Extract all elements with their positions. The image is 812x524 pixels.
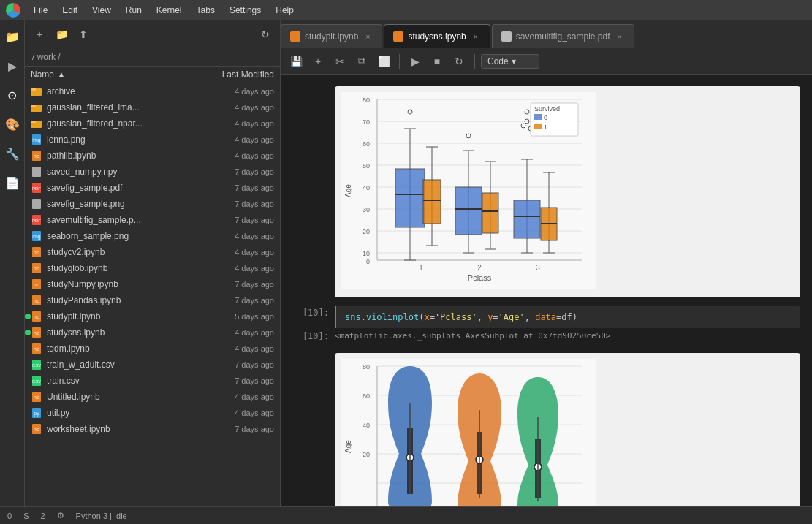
list-item[interactable]: nbtqdm.ipynb4 days ago xyxy=(25,341,280,357)
sidebar-wrench-icon[interactable]: 🔧 xyxy=(2,143,23,164)
svg-text:py: py xyxy=(34,411,39,417)
menu-help[interactable]: Help xyxy=(270,4,300,17)
code-str-pclass: 'Pclass' xyxy=(435,312,477,322)
file-icon xyxy=(31,198,42,210)
notebook_orange-icon: nb xyxy=(31,391,42,403)
file-modified-label: 7 days ago xyxy=(201,167,274,176)
list-item[interactable]: gaussian_filtered_ima...4 days ago xyxy=(25,99,280,115)
svg-rect-95 xyxy=(514,200,540,238)
file-panel: + 📁 ⬆ ↻ / work / Name ▲ Last Modified ar… xyxy=(25,20,281,506)
svg-text:img: img xyxy=(32,234,40,240)
name-column-header[interactable]: Name ▲ xyxy=(31,69,186,80)
svg-text:30: 30 xyxy=(363,206,370,213)
tab-close-button[interactable]: × xyxy=(363,31,373,42)
csv-icon: CSV xyxy=(31,375,42,387)
status-mode: 0 xyxy=(7,512,12,520)
file-modified-label: 7 days ago xyxy=(201,200,274,208)
file-modified-label: 4 days ago xyxy=(201,87,274,96)
svg-rect-90 xyxy=(482,193,498,233)
svg-text:0: 0 xyxy=(544,114,547,121)
svg-text:PDF: PDF xyxy=(32,186,41,191)
restart-button[interactable]: ↻ xyxy=(449,52,468,71)
svg-text:10: 10 xyxy=(363,250,370,257)
new-file-button[interactable]: + xyxy=(31,26,48,43)
svg-text:60: 60 xyxy=(363,140,370,148)
list-item[interactable]: PDFsavefig_sample.pdf7 days ago xyxy=(25,180,280,196)
tab-close-button[interactable]: × xyxy=(615,31,625,42)
file-modified-label: 7 days ago xyxy=(201,280,274,289)
list-item[interactable]: imglenna.png4 days ago xyxy=(25,132,280,148)
svg-rect-13 xyxy=(32,167,41,177)
list-item[interactable]: nbstudyglob.ipynb4 days ago xyxy=(25,260,280,276)
cell-10-code[interactable]: sns.violinplot(x='Pclass', y='Age', data… xyxy=(335,306,800,328)
list-item[interactable]: nbstudysns.ipynb4 days ago xyxy=(25,324,280,341)
tab-icon xyxy=(501,31,512,42)
svg-rect-2 xyxy=(31,88,36,91)
menu-run[interactable]: Run xyxy=(120,4,148,17)
cell-10-input-label: [10]: xyxy=(292,306,329,328)
list-item[interactable]: nbstudycv2.ipynb4 days ago xyxy=(25,244,280,260)
menu-edit[interactable]: Edit xyxy=(56,4,83,17)
upload-button[interactable]: ⬆ xyxy=(75,26,92,43)
save-button[interactable]: 💾 xyxy=(287,52,306,71)
sidebar-run-icon[interactable]: ▶ xyxy=(2,56,23,76)
list-item[interactable]: nbpathlib.ipynb4 days ago xyxy=(25,148,280,164)
svg-rect-5 xyxy=(31,105,36,107)
copy-button[interactable]: ⧉ xyxy=(352,52,371,71)
list-item[interactable]: nbstudyPandas.ipynb7 days ago xyxy=(25,292,280,308)
tab-close-button[interactable]: × xyxy=(471,31,481,42)
file-modified-label: 4 days ago xyxy=(201,264,274,273)
sidebar-page-icon[interactable]: 📄 xyxy=(2,172,23,193)
list-item[interactable]: savefig_sample.png7 days ago xyxy=(25,196,280,212)
sidebar-palette-icon[interactable]: 🎨 xyxy=(2,114,23,134)
list-item[interactable]: CSVtrain.csv7 days ago xyxy=(25,373,280,389)
menu-tabs[interactable]: Tabs xyxy=(191,4,221,17)
sidebar-files-icon[interactable]: 📁 xyxy=(2,26,23,47)
list-item[interactable]: PDFsavemultifig_sample.p...7 days ago xyxy=(25,212,280,228)
svg-text:CSV: CSV xyxy=(32,363,41,368)
svg-rect-73 xyxy=(395,169,425,227)
list-item[interactable]: pyutil.py4 days ago xyxy=(25,405,280,421)
tab-savemultifig_sample-pdf[interactable]: savemultifig_sample.pdf× xyxy=(492,24,634,48)
cell-10-output: [10]: <matplotlib.axes._subplots.AxesSub… xyxy=(292,331,800,341)
cut-button[interactable]: ✂ xyxy=(330,52,349,71)
list-item[interactable]: gaussian_filtered_npar...4 days ago xyxy=(25,115,280,132)
tab-studyplt-ipynb[interactable]: studyplt.ipynb× xyxy=(281,24,382,48)
tab-studysns-ipynb[interactable]: studysns.ipynb× xyxy=(384,24,490,48)
pdf-icon: PDF xyxy=(31,214,42,226)
notebook-toolbar: 💾 + ✂ ⧉ ⬜ ▶ ■ ↻ Code ▾ xyxy=(281,48,812,75)
list-item[interactable]: archive4 days ago xyxy=(25,83,280,99)
list-item[interactable]: nbstudyNumpy.ipynb7 days ago xyxy=(25,276,280,292)
new-folder-button[interactable]: 📁 xyxy=(53,26,70,43)
pdf-icon: PDF xyxy=(31,182,42,194)
list-item[interactable]: imgseaborn_sample.png4 days ago xyxy=(25,228,280,244)
notebook-content[interactable]: 80 70 60 50 40 30 20 10 0 Age 1 2 3 Pcla… xyxy=(281,75,812,506)
run-button[interactable]: ▶ xyxy=(406,52,425,71)
menu-settings[interactable]: Settings xyxy=(224,4,267,17)
sidebar-circle-icon[interactable]: ⊙ xyxy=(2,85,23,105)
notebook_orange-icon: nb xyxy=(31,327,42,338)
file-modified-label: 4 days ago xyxy=(201,103,274,112)
paste-button[interactable]: ⬜ xyxy=(374,52,393,71)
list-item[interactable]: CSVtrain_w_adult.csv7 days ago xyxy=(25,357,280,373)
list-item[interactable]: saved_numpy.npy7 days ago xyxy=(25,164,280,180)
menu-file[interactable]: File xyxy=(28,4,53,17)
breadcrumb: / work / xyxy=(25,48,280,67)
menu-view[interactable]: View xyxy=(86,4,117,17)
menu-kernel[interactable]: Kernel xyxy=(151,4,188,17)
stop-button[interactable]: ■ xyxy=(428,52,447,71)
list-item[interactable]: nbstudyplt.ipynb5 days ago xyxy=(25,308,280,324)
file-name-label: lenna.png xyxy=(47,134,201,145)
list-item[interactable]: nbUntitled.ipynb4 days ago xyxy=(25,389,280,405)
file-modified-label: 4 days ago xyxy=(201,328,274,337)
cell-type-select[interactable]: Code ▾ xyxy=(481,54,539,69)
tab-icon xyxy=(393,31,403,42)
list-item[interactable]: nbworksheet.ipynb7 days ago xyxy=(25,421,280,437)
status-kernel: Python 3 | Idle xyxy=(76,512,127,520)
file-modified-label: 4 days ago xyxy=(201,119,274,128)
file-modified-label: 7 days ago xyxy=(201,376,274,385)
modified-column-header[interactable]: Last Modified xyxy=(186,69,274,80)
file-list-header: Name ▲ Last Modified xyxy=(25,67,280,83)
refresh-button[interactable]: ↻ xyxy=(257,26,274,43)
add-cell-button[interactable]: + xyxy=(308,52,327,71)
